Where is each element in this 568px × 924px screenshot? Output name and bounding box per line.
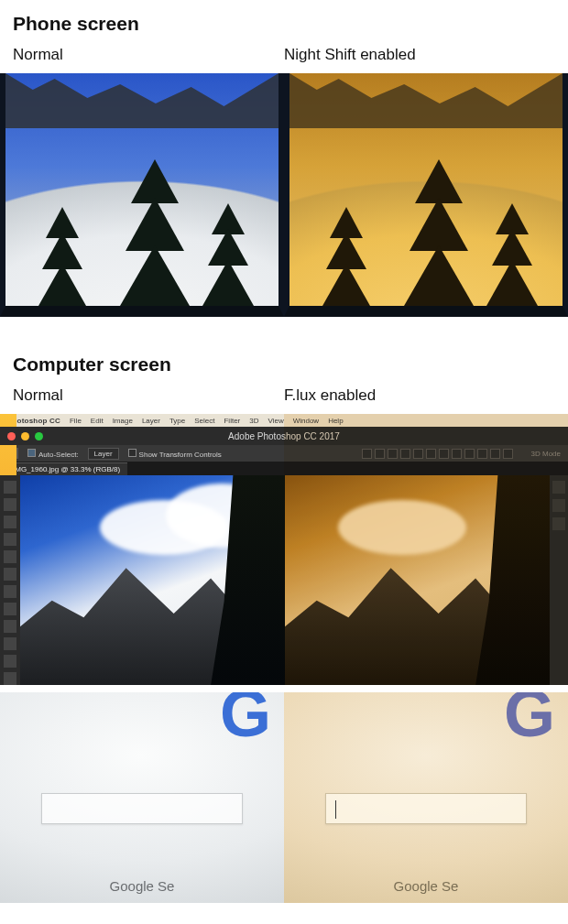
auto-select-label: Auto-Select: bbox=[38, 451, 79, 459]
panel-icon[interactable] bbox=[552, 481, 565, 494]
align-icon[interactable] bbox=[375, 449, 385, 459]
photoshop-titlebar: Adobe Photoshop CC 2017 bbox=[0, 427, 568, 445]
tool-icon[interactable] bbox=[4, 655, 16, 668]
google-normal-pane: G Google Se bbox=[0, 692, 284, 903]
text-caret-icon bbox=[335, 800, 336, 819]
mac-menu-file[interactable]: File bbox=[70, 417, 82, 425]
distribute-icon[interactable] bbox=[439, 449, 449, 459]
google-search-button-fragment[interactable]: Google Se bbox=[394, 878, 459, 894]
google-comparison: G Google Se G Google Se bbox=[0, 692, 568, 903]
phone-warm-label: Night Shift enabled bbox=[284, 46, 555, 64]
phone-subtitles: Normal Night Shift enabled bbox=[0, 40, 568, 73]
phone-warm-pane bbox=[284, 73, 568, 317]
panel-icon[interactable] bbox=[552, 517, 565, 530]
mac-menu-type[interactable]: Type bbox=[169, 417, 185, 425]
tool-icon[interactable] bbox=[4, 672, 16, 685]
tool-icon[interactable] bbox=[4, 516, 16, 528]
mac-menu-image[interactable]: Image bbox=[113, 417, 133, 425]
google-logo-fragment: G bbox=[220, 692, 268, 751]
auto-select-checkbox[interactable] bbox=[27, 449, 36, 457]
google-flux-pane: G Google Se bbox=[284, 692, 568, 903]
mac-menu-select[interactable]: Select bbox=[194, 417, 214, 425]
align-icon[interactable] bbox=[413, 449, 423, 459]
photoshop-window: Adobe Photoshop CC 2017 Auto-Select: Lay… bbox=[0, 427, 568, 685]
computer-warm-label: F.lux enabled bbox=[284, 386, 555, 405]
google-search-input[interactable] bbox=[325, 793, 527, 824]
phone-comparison bbox=[0, 73, 568, 317]
align-icon[interactable] bbox=[426, 449, 436, 459]
mac-menu-view[interactable]: View bbox=[268, 417, 283, 425]
document-tab[interactable]: IMG_1960.jpg @ 33.3% (RGB/8) bbox=[5, 462, 127, 475]
computer-subtitles: Normal F.lux enabled bbox=[0, 381, 568, 414]
distribute-icon[interactable] bbox=[452, 449, 462, 459]
photoshop-tools-panel bbox=[0, 475, 20, 685]
align-icon[interactable] bbox=[400, 449, 410, 459]
photoshop-tabbar: IMG_1960.jpg @ 33.3% (RGB/8) bbox=[0, 462, 568, 475]
phone-normal-label: Normal bbox=[13, 46, 284, 64]
computer-normal-label: Normal bbox=[13, 386, 284, 405]
show-transform-checkbox[interactable] bbox=[128, 449, 137, 457]
tool-icon[interactable] bbox=[4, 550, 16, 563]
canvas-flux-half bbox=[285, 475, 550, 685]
mac-menubar: Photoshop CC File Edit Image Layer Type … bbox=[0, 414, 568, 427]
photoshop-right-dock bbox=[550, 475, 568, 685]
photoshop-options-bar: Auto-Select: Layer Show Transform Contro… bbox=[0, 445, 568, 462]
mac-menu-help[interactable]: Help bbox=[328, 417, 343, 425]
align-icons bbox=[359, 449, 513, 459]
align-icon[interactable] bbox=[388, 449, 398, 459]
align-icon[interactable] bbox=[362, 449, 372, 459]
auto-select-target-dropdown[interactable]: Layer bbox=[88, 448, 119, 460]
tool-icon[interactable] bbox=[4, 620, 16, 633]
google-logo-fragment: G bbox=[504, 692, 552, 751]
tool-icon[interactable] bbox=[4, 481, 16, 494]
tool-icon[interactable] bbox=[4, 585, 16, 598]
canvas-normal-half bbox=[20, 475, 285, 685]
3d-mode-label: 3D Mode bbox=[531, 450, 561, 458]
phone-normal-pane bbox=[0, 73, 284, 317]
mac-menu-3d[interactable]: 3D bbox=[249, 417, 258, 425]
mac-menu-layer[interactable]: Layer bbox=[142, 417, 160, 425]
photoshop-screenshot: Photoshop CC File Edit Image Layer Type … bbox=[0, 414, 568, 685]
distribute-icon[interactable] bbox=[503, 449, 513, 459]
distribute-icon[interactable] bbox=[477, 449, 487, 459]
tool-icon[interactable] bbox=[4, 498, 16, 511]
phone-section-title: Phone screen bbox=[0, 0, 568, 40]
google-search-button-fragment[interactable]: Google Se bbox=[110, 878, 175, 894]
tool-icon[interactable] bbox=[4, 637, 16, 650]
mac-menu-filter[interactable]: Filter bbox=[224, 417, 240, 425]
photoshop-canvas bbox=[20, 475, 550, 685]
distribute-icon[interactable] bbox=[464, 449, 475, 459]
tool-icon[interactable] bbox=[4, 603, 16, 615]
tool-icon[interactable] bbox=[4, 568, 16, 581]
google-search-input[interactable] bbox=[41, 793, 243, 824]
show-transform-label: Show Transform Controls bbox=[139, 451, 222, 459]
distribute-icon[interactable] bbox=[490, 449, 500, 459]
mac-menu-window[interactable]: Window bbox=[293, 417, 319, 425]
panel-icon[interactable] bbox=[552, 499, 565, 512]
photoshop-window-title: Adobe Photoshop CC 2017 bbox=[0, 431, 568, 441]
mac-menu-edit[interactable]: Edit bbox=[91, 417, 104, 425]
computer-section-title: Computer screen bbox=[0, 341, 568, 381]
tool-icon[interactable] bbox=[4, 533, 16, 546]
